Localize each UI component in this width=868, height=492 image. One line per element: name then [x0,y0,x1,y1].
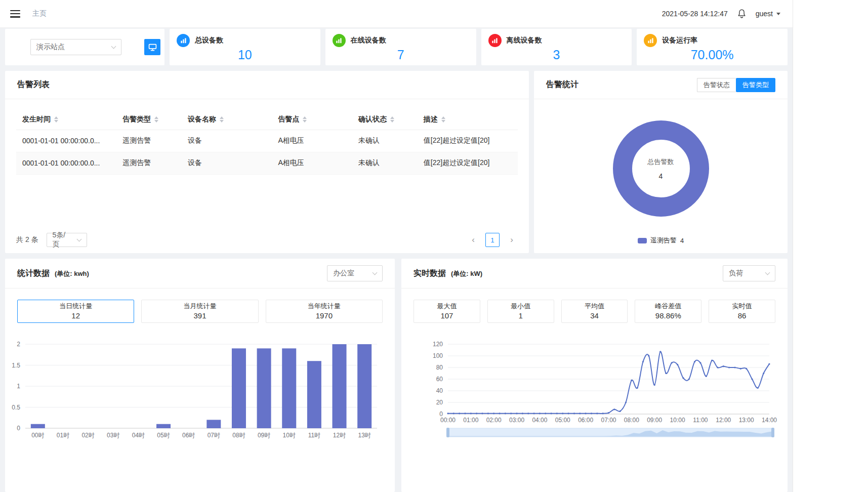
svg-text:02时: 02时 [81,432,94,439]
energy-bar-chart: 00.511.5200时01时02时03时04时05时06时07时08时09时1… [5,337,392,443]
data-screen-button[interactable] [144,39,160,55]
room-select-value: 办公室 [333,269,354,278]
alarm-table-row[interactable]: 0001-01-01 00:00:00.0...遥测告警设备A相电压未确认值[2… [16,152,518,174]
alarm-stats-title: 告警统计 [546,79,578,90]
bar-11时 [307,361,321,428]
device-stat-cards: 总设备数10在线设备数7离线设备数3设备运行率70.00% [170,29,788,65]
sort-icon[interactable] [441,116,445,122]
chevron-down-icon [373,270,378,275]
alarm-cell: 遥测告警 [116,130,182,152]
metric-select[interactable]: 负荷 [723,265,775,281]
total-devices-icon [177,34,190,47]
alarm-table: 发生时间告警类型设备名称告警点确认状态描述 0001-01-01 00:00:0… [16,109,518,175]
column-header[interactable]: 告警类型 [116,109,182,130]
alarm-cell: 0001-01-01 00:00:00.0... [16,130,116,152]
svg-text:20: 20 [436,399,443,406]
alarm-cell: 0001-01-01 00:00:00.0... [16,152,116,174]
sort-icon[interactable] [220,116,224,122]
svg-text:100: 100 [433,352,443,359]
alarm-donut-chart: 总告警数 4 [595,103,727,234]
bar-12时 [333,344,347,428]
realtime-stat-box: 峰谷差值98.86% [635,300,701,323]
column-header[interactable]: 告警点 [272,109,352,130]
summary-tab-3[interactable]: 当年统计量1970 [266,300,383,323]
statistics-title: 统计数据 [17,269,50,277]
column-header[interactable]: 描述 [418,109,518,130]
svg-text:00时: 00时 [31,432,44,439]
svg-text:120: 120 [433,341,443,348]
alarm-stats-card: 告警统计 告警状态 告警类型 总告警数 4 [534,71,788,253]
realtime-card: 实时数据 (单位: kW) 负荷 最大值107最小值1平均值34峰谷差值98.8… [401,259,788,492]
menu-toggle-icon[interactable] [10,10,20,18]
device-stat-card: 在线设备数7 [325,29,476,65]
station-select[interactable]: 演示站点 [30,39,121,55]
svg-text:10时: 10时 [283,432,296,439]
realtime-title: 实时数据 [414,269,446,277]
alarm-cell: 设备 [182,130,272,152]
svg-text:04时: 04时 [132,432,145,439]
svg-text:12:00: 12:00 [716,417,731,424]
alarm-cell: A相电压 [272,152,352,174]
sort-icon[interactable] [154,116,158,122]
breadcrumb-home[interactable]: 主页 [32,9,47,18]
next-page-button[interactable]: › [506,233,518,247]
datazoom-left-handle[interactable] [446,428,449,437]
svg-text:0.5: 0.5 [12,404,20,411]
realtime-stat-box: 平均值34 [561,300,628,323]
station-toolbar-card: 演示站点 [5,29,164,65]
svg-text:13:00: 13:00 [739,417,754,424]
svg-text:01:00: 01:00 [463,417,478,424]
svg-text:40: 40 [436,387,443,394]
metric-select-value: 负荷 [729,269,743,278]
user-menu[interactable]: guest [756,10,780,18]
prev-page-button[interactable]: ‹ [467,233,479,247]
svg-text:05:00: 05:00 [555,417,570,424]
bar-00时 [31,424,45,428]
alarm-table-row[interactable]: 0001-01-01 00:00:00.0...遥测告警设备A相电压未确认值[2… [16,130,518,152]
content-area: 演示站点 总设备数10在线设备数7离线设备数3设备运行率70.00% 告警列表 [0,28,793,492]
svg-text:08:00: 08:00 [624,417,639,424]
svg-text:0: 0 [17,425,20,432]
svg-text:60: 60 [436,376,443,383]
svg-text:03:00: 03:00 [509,417,524,424]
notification-bell-icon[interactable] [737,9,747,19]
alarm-cell: 遥测告警 [116,152,182,174]
chevron-down-icon [765,270,770,275]
chevron-down-icon [111,44,116,49]
bar-07时 [206,420,221,428]
username-text: guest [756,10,773,18]
offline-devices-icon [488,34,502,47]
page-1-button[interactable]: 1 [485,233,500,247]
page-size-select[interactable]: 5条/页 [47,233,87,247]
bar-05时 [156,424,171,428]
sort-icon[interactable] [54,116,58,122]
top-header: 主页 2021-05-28 14:12:47 guest [0,0,793,28]
stat-label: 离线设备数 [507,36,542,45]
donut-center-label: 总告警数 4 [595,103,727,234]
svg-text:12时: 12时 [333,432,346,439]
realtime-stat-box: 最大值107 [414,300,480,323]
sort-icon[interactable] [303,116,307,122]
summary-tab-1[interactable]: 当日统计量12 [17,300,134,323]
stat-label: 设备运行率 [662,36,697,45]
statistics-card: 统计数据 (单位: kwh) 办公室 当日统计量12当月统计量391当年统计量1… [5,259,395,492]
alarm-cell: 值[22]超过设定值[20] [418,130,518,152]
room-select[interactable]: 办公室 [327,265,383,281]
svg-text:03时: 03时 [107,432,119,439]
column-header[interactable]: 确认状态 [352,109,418,130]
column-header[interactable]: 设备名称 [182,109,272,130]
column-header[interactable]: 发生时间 [16,109,116,130]
svg-text:2: 2 [17,341,20,348]
stat-value: 70.00% [644,49,780,61]
sort-icon[interactable] [390,116,394,122]
stat-label: 在线设备数 [351,36,386,45]
legend-marker[interactable] [638,238,647,243]
toggle-alarm-status[interactable]: 告警状态 [697,78,736,92]
alarm-cell: A相电压 [272,130,352,152]
summary-tab-2[interactable]: 当月统计量391 [141,300,258,323]
load-line-series [448,352,769,414]
datazoom-right-handle[interactable] [771,428,774,437]
toggle-alarm-type[interactable]: 告警类型 [736,78,775,92]
alarm-list-card: 告警列表 发生时间告警类型设备名称告警点确认状态描述 0001-01-01 00… [5,71,529,253]
realtime-unit: (单位: kW) [451,270,482,277]
